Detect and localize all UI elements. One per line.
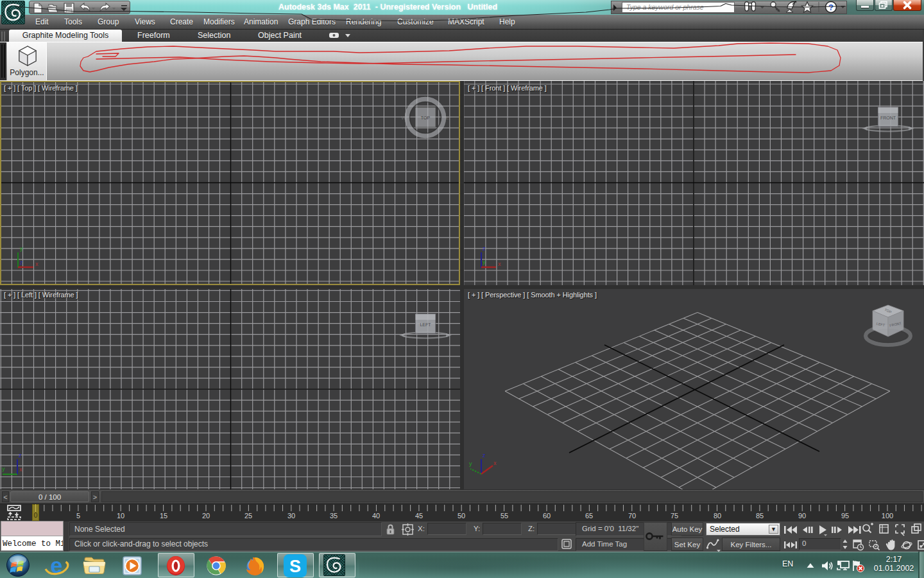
svg-text:y: y xyxy=(2,466,5,472)
svg-text:x: x xyxy=(19,466,22,473)
svg-text:z: z xyxy=(19,452,22,459)
svg-text:z: z xyxy=(483,245,486,252)
svg-text:x: x xyxy=(498,261,501,267)
svg-text:LEFT: LEFT xyxy=(420,322,431,327)
svg-text:y: y xyxy=(483,259,486,265)
svg-text:?: ? xyxy=(828,3,834,12)
svg-text:z: z xyxy=(483,452,486,459)
svg-text:x: x xyxy=(493,460,497,466)
svg-text:FRONT: FRONT xyxy=(880,116,896,120)
svg-text:y: y xyxy=(469,460,472,467)
svg-text:S: S xyxy=(289,557,301,576)
